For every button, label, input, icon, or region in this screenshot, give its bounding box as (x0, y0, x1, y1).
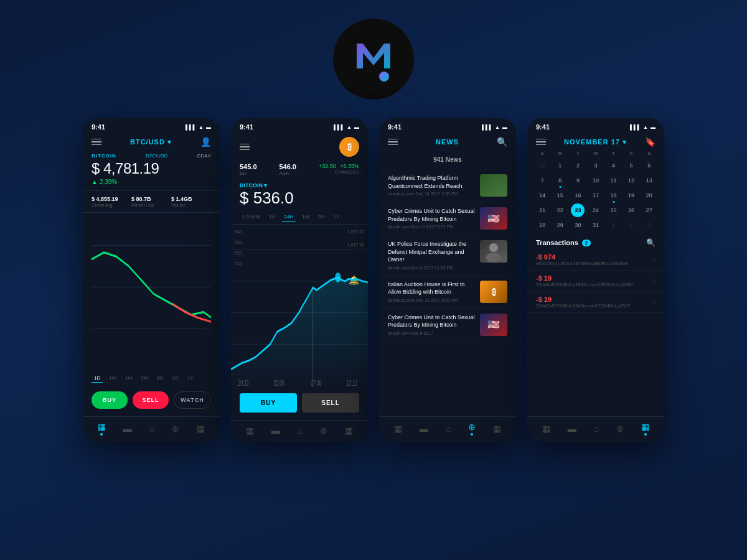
buy-button[interactable]: BUY (92, 391, 128, 409)
cal-cell[interactable]: 15 (553, 189, 567, 202)
time-1y[interactable]: 1Y (185, 374, 196, 383)
bookmark-icon[interactable]: 🔖 (645, 137, 655, 147)
bnav-chart-icon[interactable]: ▦ (98, 422, 106, 436)
cal-cell[interactable]: 28 (535, 218, 549, 232)
bnav3-chart[interactable]: ▦ (394, 424, 402, 434)
transaction-item[interactable]: -$ 19 234mEa923960zL26A3ncxmJCB3940zLpX5… (527, 292, 664, 313)
cal-cell[interactable]: 2 (571, 159, 585, 172)
bnav-globe-icon[interactable]: ⊕ (172, 424, 179, 434)
bnav3-tv[interactable]: ▬ (420, 424, 428, 434)
cal-cell[interactable]: 30 (535, 159, 549, 172)
cal-cell[interactable]: 2 (624, 218, 638, 232)
bnav3-globe[interactable]: ⊕ (468, 422, 476, 436)
bnav2-home[interactable]: ⌂ (298, 426, 303, 436)
transaction-item[interactable]: -$ 974 mK3128xnjJKJk2737989vq8HOPQcv#834… (527, 250, 664, 271)
news-item[interactable]: UK Police Force Investigate the Defunct … (379, 235, 516, 276)
time-1d[interactable]: 1D (92, 374, 103, 383)
cal-week-4: 21 22 23 24 25 26 27 (533, 203, 658, 217)
cal-cell[interactable]: 10 (589, 174, 603, 187)
cal-today[interactable]: 23 (571, 203, 585, 217)
btc-coin-label[interactable]: BITCOIN ▾ (240, 182, 268, 189)
cal-cell[interactable]: 19 (624, 189, 638, 202)
cal-cell[interactable]: 17 (589, 189, 603, 202)
cal-cell[interactable]: 11 (607, 174, 621, 187)
cal-cell[interactable]: 7 (535, 174, 549, 187)
cal-cell[interactable]: 16 (571, 189, 585, 202)
p2-time-1y[interactable]: 1Y (331, 213, 342, 222)
bnav2-globe[interactable]: ⊕ (320, 426, 327, 436)
p2-sell-button[interactable]: SELL (302, 393, 359, 413)
bnav3-home[interactable]: ⌂ (446, 424, 451, 434)
p2-time-3m[interactable]: 3M (315, 213, 327, 222)
time-1d2[interactable]: 1D (170, 374, 181, 383)
svg-text:13:13: 13:13 (347, 379, 358, 388)
news-item[interactable]: Algorithmic Trading Platform Quantconnec… (379, 169, 516, 202)
bnav-home-icon[interactable]: ⌂ (149, 424, 154, 434)
cal-cell[interactable]: 31 (589, 218, 603, 232)
bnav4-chart[interactable]: ▦ (542, 424, 550, 434)
cal-cell[interactable]: 14 (535, 189, 549, 202)
signal-icon: ▌▌▌ (186, 124, 196, 130)
status-icons-1: ▌▌▌ ▲ ▬ (186, 124, 211, 130)
trans-search-icon[interactable]: 🔍 (646, 238, 655, 247)
hamburger-icon-3[interactable] (388, 139, 398, 146)
cal-cell[interactable]: 9 (571, 174, 585, 187)
cal-cell[interactable]: 24 (589, 203, 603, 217)
cal-cell[interactable]: 29 (553, 218, 567, 232)
cal-cell[interactable]: 18 (607, 189, 621, 202)
p2-time-24h[interactable]: 24H (282, 213, 296, 222)
news-item[interactable]: Italian Auction House is First to Allow … (379, 276, 516, 309)
calendar-month[interactable]: NOVEMBER 17 ▾ (564, 138, 627, 146)
cal-cell[interactable]: 20 (642, 189, 656, 202)
time-3m[interactable]: 3M (138, 374, 150, 383)
bnav4-cal[interactable]: ▦ (641, 422, 649, 436)
news-source-5: bitcoin.com Dec 8 2017 (388, 331, 475, 335)
cal-cell[interactable]: 12 (624, 174, 638, 187)
cal-cell[interactable]: 21 (535, 203, 549, 217)
bnav4-globe[interactable]: ⊕ (616, 424, 624, 434)
watch-button[interactable]: WATCH (174, 391, 211, 409)
news-item[interactable]: Cyber Crimes Unit to Catch Sexual Predat… (379, 202, 516, 235)
stat-global-avg: $ 4,855.19 Global Avg. (92, 196, 131, 207)
bnav2-tv[interactable]: ▬ (271, 426, 280, 436)
cal-cell[interactable]: 13 (642, 174, 656, 187)
cal-cell[interactable]: 27 (642, 203, 656, 217)
news-item[interactable]: Cyber Crimes Unit to Catch Sexual Predat… (379, 309, 516, 342)
status-bar-2: 9:41 ▌▌▌ ▲ ▬ (231, 118, 368, 133)
p2-time-1h[interactable]: 1H (266, 213, 278, 222)
phone-calendar: 9:41 ▌▌▌ ▲ ▬ NOVEMBER 17 ▾ 🔖 S M (527, 118, 664, 442)
p2-time-1m[interactable]: 1M (299, 213, 311, 222)
time-1m[interactable]: 1M (123, 374, 134, 383)
bnav4-tv[interactable]: ▬ (568, 424, 576, 434)
cal-cell[interactable]: 25 (607, 203, 621, 217)
cal-cell[interactable]: 3 (642, 218, 656, 232)
cal-cell[interactable]: 1 (607, 218, 621, 232)
bnav-calendar-icon[interactable]: ▦ (197, 424, 205, 434)
cal-cell[interactable]: 3 (589, 159, 603, 172)
transaction-item[interactable]: -$ 19 23dm6a923940zLp2943ncxmJCB3940zLpX… (527, 271, 664, 292)
hamburger-icon-2[interactable] (240, 144, 250, 151)
nav-title-1[interactable]: BTC/USD ▾ (130, 138, 172, 146)
bnav3-cal[interactable]: ▦ (493, 424, 501, 434)
search-icon-news[interactable]: 🔍 (497, 137, 507, 147)
cal-cell[interactable]: 5 (624, 159, 638, 172)
bnav2-chart[interactable]: ▦ (246, 426, 254, 436)
hamburger-icon-4[interactable] (536, 139, 546, 146)
cal-cell[interactable]: 30 (571, 218, 585, 232)
bnav2-cal[interactable]: ▦ (345, 426, 353, 436)
cal-cell[interactable]: 4 (607, 159, 621, 172)
cal-cell[interactable]: 6 (642, 159, 656, 172)
p2-buy-button[interactable]: BUY (240, 393, 297, 413)
cal-cell[interactable]: 1 (553, 159, 567, 172)
p2-time-1dmin[interactable]: 1 D MIN (240, 213, 263, 222)
cal-cell[interactable]: 22 (553, 203, 567, 217)
cal-cell[interactable]: 26 (624, 203, 638, 217)
hamburger-icon[interactable] (92, 139, 101, 146)
bnav-tv-icon[interactable]: ▬ (123, 424, 132, 434)
bnav4-home[interactable]: ⌂ (594, 424, 599, 434)
time-6m[interactable]: 6M (154, 374, 166, 383)
cal-cell[interactable]: 8 (553, 174, 567, 187)
time-1w[interactable]: 1W (106, 374, 119, 383)
profile-icon[interactable]: 👤 (200, 137, 211, 147)
sell-button[interactable]: SELL (133, 391, 169, 409)
